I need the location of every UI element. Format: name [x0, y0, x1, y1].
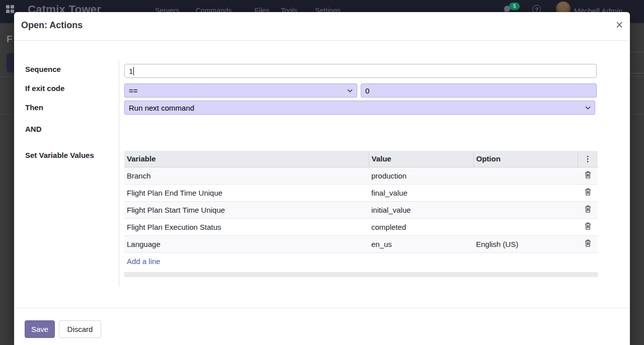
variable-values-table: Variable Value Option ⋮ Branch productio…	[124, 151, 598, 270]
trash-icon	[585, 171, 591, 179]
background-page-title-fragment: F	[7, 34, 13, 45]
horizontal-scrollbar[interactable]	[124, 272, 598, 277]
trash-icon	[585, 205, 591, 213]
exit-code-label: If exit code	[25, 84, 64, 93]
delete-row-button[interactable]	[583, 238, 593, 249]
operator-value: ==	[129, 87, 138, 95]
cell-option[interactable]	[473, 201, 578, 218]
label-field-separator	[119, 60, 119, 287]
table-row[interactable]: Language en_us English (US)	[124, 235, 598, 252]
table-row[interactable]: Flight Plan End Time Unique final_value	[124, 184, 598, 201]
then-label: Then	[25, 103, 43, 112]
sequence-input[interactable]: 1	[124, 64, 597, 78]
dialog-title: Open: Actions	[21, 20, 83, 31]
then-value: Run next command	[129, 104, 194, 112]
cell-option[interactable]	[473, 167, 578, 184]
cell-value[interactable]: final_value	[369, 184, 473, 201]
sequence-value: 1	[129, 67, 133, 75]
cell-variable[interactable]: Flight Plan End Time Unique	[124, 184, 369, 201]
exit-code-value: 0	[365, 87, 369, 95]
cell-option[interactable]: English (US)	[473, 235, 578, 252]
table-row[interactable]: Branch production	[124, 167, 598, 184]
trash-icon	[585, 239, 591, 247]
trash-icon	[585, 222, 591, 230]
column-header-value: Value	[369, 151, 473, 167]
table-row[interactable]: Flight Plan Start Time Unique initial_va…	[124, 201, 598, 218]
cell-variable[interactable]: Flight Plan Execution Status	[124, 218, 369, 235]
cell-value[interactable]: production	[369, 167, 473, 184]
cell-variable[interactable]: Flight Plan Start Time Unique	[124, 201, 369, 218]
cell-value[interactable]: completed	[369, 218, 473, 235]
then-action-select[interactable]: Run next command	[124, 101, 595, 115]
and-label: AND	[25, 125, 42, 133]
apps-grid-icon[interactable]	[6, 5, 14, 13]
delete-row-button[interactable]	[583, 221, 593, 232]
save-button[interactable]: Save	[25, 320, 55, 338]
cell-variable[interactable]: Language	[124, 235, 369, 252]
sequence-label: Sequence	[25, 65, 61, 73]
footer-divider	[14, 308, 630, 308]
message-count-badge[interactable]: 5	[509, 3, 520, 10]
cell-value[interactable]: initial_value	[369, 201, 473, 218]
chevron-down-icon	[585, 106, 591, 110]
cell-option[interactable]	[473, 218, 578, 235]
delete-row-button[interactable]	[583, 187, 593, 198]
cell-value[interactable]: en_us	[369, 235, 473, 252]
exit-code-value-input[interactable]: 0	[361, 83, 597, 98]
set-variable-values-label: Set Variable Values	[25, 151, 94, 159]
add-line-row: Add a line	[124, 252, 598, 270]
chevron-down-icon	[347, 89, 353, 93]
discard-button[interactable]: Discard	[59, 320, 101, 338]
column-header-option: Option	[473, 151, 578, 167]
close-icon[interactable]: ×	[611, 16, 628, 33]
column-options-icon[interactable]: ⋮	[578, 151, 598, 167]
delete-row-button[interactable]	[583, 204, 593, 215]
delete-row-button[interactable]	[583, 170, 593, 181]
cell-variable[interactable]: Branch	[124, 167, 369, 184]
exit-code-operator-select[interactable]: ==	[124, 83, 357, 98]
cell-option[interactable]	[473, 184, 578, 201]
table-row[interactable]: Flight Plan Execution Status completed	[124, 218, 598, 235]
header-divider	[14, 40, 630, 41]
trash-icon	[585, 188, 591, 196]
add-a-line-link[interactable]: Add a line	[127, 257, 160, 266]
text-cursor	[133, 67, 134, 75]
open-actions-dialog: Open: Actions × Sequence If exit code Th…	[14, 12, 630, 345]
column-header-variable: Variable	[124, 151, 369, 167]
table-header-row: Variable Value Option ⋮	[124, 151, 598, 167]
